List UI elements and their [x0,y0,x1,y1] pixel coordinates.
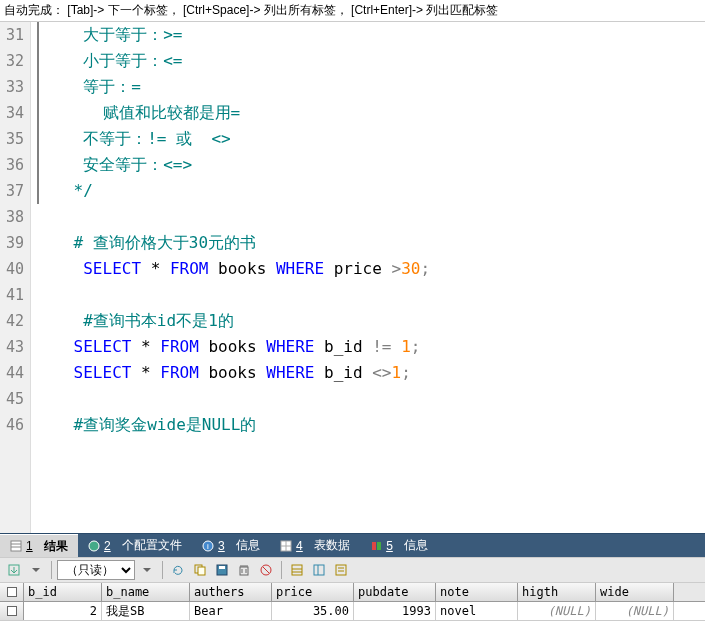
code-area[interactable]: 大于等于：>= 小于等于：<= 等于：= 赋值和比较都是用= 不等于：!= 或 … [31,22,705,533]
fold-indicator [37,22,39,204]
export-button[interactable] [4,560,24,580]
separator [281,561,282,579]
readonly-select[interactable]: （只读） [57,560,135,580]
tab-result[interactable]: 1 结果 [0,534,78,558]
cell-pubdate[interactable]: 1993 [354,602,436,620]
cancel-button[interactable] [256,560,276,580]
tab-info2[interactable]: 5 信息 [360,534,438,558]
result-toolbar: （只读） [0,557,705,583]
dropdown2-button[interactable] [137,560,157,580]
svg-rect-22 [292,565,302,575]
profile-icon [88,540,100,552]
grid-icon [10,540,22,552]
save-button[interactable] [212,560,232,580]
cell-b_name[interactable]: 我是SB [102,602,190,620]
tab-tabledata[interactable]: 4 表数据 [270,534,360,558]
svg-rect-15 [219,566,225,569]
svg-rect-9 [372,542,376,550]
sql-editor[interactable]: 31323334353637383940414243444546 大于等于：>=… [0,22,705,533]
separator [51,561,52,579]
info-icon: i [202,540,214,552]
select-all-checkbox[interactable] [0,583,24,601]
cell-wide[interactable]: (NULL) [596,602,674,620]
cell-authers[interactable]: Bear [190,602,272,620]
tab-profile[interactable]: 2 个配置文件 [78,534,192,558]
autocomplete-hint: 自动完成： [Tab]-> 下一个标签， [Ctrl+Space]-> 列出所有… [0,0,705,22]
col-header-higth[interactable]: higth [518,583,596,601]
svg-line-21 [263,567,269,573]
results-tab-bar: 1 结果 2 个配置文件 i 3 信息 4 表数据 5 信息 [0,533,705,557]
svg-rect-10 [377,542,381,550]
col-header-price[interactable]: price [272,583,354,601]
table-icon [280,540,292,552]
col-header-pubdate[interactable]: pubdate [354,583,436,601]
svg-rect-27 [336,565,346,575]
table-row[interactable]: 2我是SBBear35.001993novel(NULL)(NULL) [0,602,705,621]
dropdown-button[interactable] [26,560,46,580]
form-view-button[interactable] [309,560,329,580]
tab-info[interactable]: i 3 信息 [192,534,270,558]
col-header-note[interactable]: note [436,583,518,601]
refresh-button[interactable] [168,560,188,580]
cell-higth[interactable]: (NULL) [518,602,596,620]
copy-button[interactable] [190,560,210,580]
line-gutter: 31323334353637383940414243444546 [0,22,31,533]
result-grid[interactable]: b_idb_nameautherspricepubdatenotehigthwi… [0,583,705,621]
cell-price[interactable]: 35.00 [272,602,354,620]
svg-rect-25 [314,565,324,575]
svg-rect-16 [240,567,248,575]
svg-text:i: i [207,542,209,551]
text-view-button[interactable] [331,560,351,580]
col-header-b_name[interactable]: b_name [102,583,190,601]
grid-header: b_idb_nameautherspricepubdatenotehigthwi… [0,583,705,602]
svg-rect-0 [11,541,21,551]
col-header-authers[interactable]: authers [190,583,272,601]
grid-view-button[interactable] [287,560,307,580]
cell-note[interactable]: novel [436,602,518,620]
svg-rect-13 [198,567,205,575]
row-checkbox[interactable] [0,602,24,620]
separator [162,561,163,579]
cell-b_id[interactable]: 2 [24,602,102,620]
info2-icon [370,540,382,552]
col-header-b_id[interactable]: b_id [24,583,102,601]
col-header-wide[interactable]: wide [596,583,674,601]
delete-button[interactable] [234,560,254,580]
svg-point-3 [89,541,99,551]
